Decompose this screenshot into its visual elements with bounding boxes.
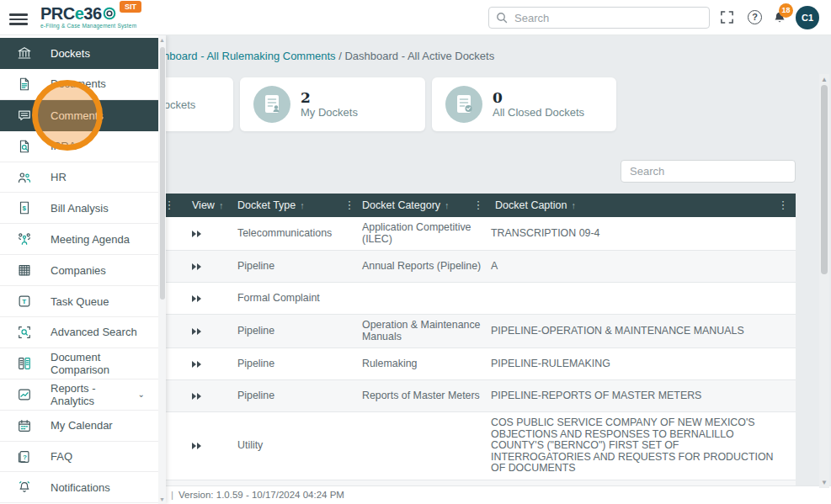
- logo-num-text: 36: [83, 5, 101, 22]
- docket-category-cell: Application Competitive (ILEC): [362, 217, 491, 250]
- docket-type-cell: Pipeline: [237, 380, 362, 411]
- scroll-up-icon[interactable]: ▲: [158, 37, 166, 43]
- docket-category-cell: Annual Reports (Pipeline): [362, 251, 491, 282]
- view-button[interactable]: [157, 315, 237, 347]
- page-scrollbar[interactable]: ▲ ▼: [819, 74, 829, 488]
- table-row[interactable]: Pipeline Annual Reports (Pipeline) A: [157, 251, 796, 283]
- sidebar-item-notifications[interactable]: Notifications: [0, 472, 158, 503]
- building-icon: [17, 263, 32, 278]
- sidebar-item-label: Comments: [51, 109, 104, 122]
- environment-badge: SIT: [120, 1, 141, 13]
- docket-caption-cell: PIPELINE-OPERATION & MAINTENANCE MANUALS: [491, 315, 796, 347]
- sidebar-item-dockets[interactable]: Dockets: [0, 38, 158, 69]
- view-button[interactable]: [157, 217, 237, 250]
- sidebar-item-companies[interactable]: Companies: [0, 255, 158, 286]
- fullscreen-button[interactable]: [720, 10, 735, 25]
- sidebar-item-label: Task Queue: [51, 295, 109, 308]
- global-search: [488, 7, 710, 29]
- docket-type-cell: Formal Complaint: [237, 283, 362, 314]
- column-header-docket-caption[interactable]: Docket Caption↑: [491, 199, 770, 211]
- column-menu-icon[interactable]: ⋮: [337, 194, 362, 217]
- table-header: ⋮ View↑ Docket Type↑ ⋮ Docket Category↑ …: [157, 194, 796, 217]
- table-row[interactable]: Pipeline Reports of Master Meters PIPELI…: [157, 380, 796, 412]
- table-row[interactable]: Pipeline Rulemaking PIPELINE-RULEMAKING: [157, 348, 796, 380]
- table-search: [621, 160, 796, 183]
- faq-icon: ?: [17, 449, 32, 464]
- sidebar-item-my-calendar[interactable]: My Calendar: [0, 411, 158, 442]
- docket-check-icon: [445, 86, 482, 123]
- view-button[interactable]: [157, 283, 237, 314]
- people-icon: [17, 170, 32, 185]
- sidebar-item-task-queue[interactable]: T Task Queue: [0, 286, 158, 317]
- view-button[interactable]: [157, 380, 237, 411]
- svg-text:$: $: [23, 204, 27, 212]
- sidebar-item-label: Meeting Agenda: [51, 233, 130, 246]
- hamburger-menu-button[interactable]: [8, 9, 29, 26]
- sidebar-item-bill-analysis[interactable]: $ Bill Analysis: [0, 193, 158, 224]
- sidebar-item-label: Notifications: [51, 481, 110, 494]
- sidebar-item-meeting-agenda[interactable]: Meeting Agenda: [0, 224, 158, 255]
- table-row[interactable]: Pipeline Operation & Maintenance Manuals…: [157, 315, 796, 348]
- sidebar-item-hr[interactable]: HR: [0, 162, 158, 194]
- docket-caption-cell: PIPELINE-RULEMAKING: [491, 348, 796, 379]
- docket-caption-cell: PIPELINE-REPORTS OF MASTER METERS: [491, 380, 796, 411]
- docket-type-cell: Pipeline: [237, 251, 362, 282]
- meeting-icon: [17, 231, 32, 247]
- column-menu-icon[interactable]: ⋮: [770, 194, 796, 217]
- stat-card-my-dockets[interactable]: 2 My Dockets: [240, 77, 425, 131]
- sidebar: Dockets Documents Comments IPRA HR $ Bil…: [0, 35, 166, 504]
- avatar[interactable]: C1: [796, 6, 819, 29]
- help-button[interactable]: ?: [748, 10, 763, 25]
- notification-badge: 18: [779, 3, 793, 18]
- view-button[interactable]: [157, 348, 237, 379]
- table-body: Telecommunications Application Competiti…: [157, 217, 796, 485]
- table-row[interactable]: Utility COS PUBLIC SERVICE COMPANY OF NE…: [157, 412, 796, 480]
- breadcrumb-link[interactable]: Dashboard - All Rulemaking Comments: [144, 50, 336, 62]
- logo-tagline: e-Filing & Case Management System: [40, 24, 136, 29]
- scroll-down-icon[interactable]: ▼: [819, 479, 829, 486]
- docket-category-cell: [362, 412, 491, 480]
- bill-icon: $: [17, 200, 32, 215]
- global-search-input[interactable]: [488, 7, 710, 29]
- stat-card-number: 0: [493, 90, 584, 105]
- column-header-view[interactable]: View↑: [182, 199, 237, 211]
- sidebar-item-faq[interactable]: ? FAQ: [0, 442, 158, 473]
- dockets-table: ⋮ View↑ Docket Type↑ ⋮ Docket Category↑ …: [157, 194, 796, 485]
- logo-prc-text: PRC: [40, 5, 75, 22]
- page-scrollbar-thumb[interactable]: [821, 85, 828, 274]
- chevron-down-icon: ⌄: [138, 390, 145, 399]
- sidebar-scrollbar[interactable]: ▲ ▼: [158, 35, 166, 504]
- version-text: Version: 1.0.59 - 10/17/2024 04:24 PM: [178, 490, 344, 500]
- sidebar-item-reports-analytics[interactable]: Reports - Analytics ⌄: [0, 379, 158, 411]
- sort-asc-icon: ↑: [300, 200, 305, 210]
- sidebar-scrollbar-thumb[interactable]: [160, 47, 165, 300]
- breadcrumb: Dashboard - All Rulemaking Comments / Da…: [144, 50, 494, 62]
- view-button[interactable]: [157, 412, 237, 480]
- table-search-input[interactable]: [621, 160, 796, 183]
- document-search-icon: [17, 139, 32, 154]
- docket-type-cell: Telecommunications: [237, 217, 362, 250]
- table-row[interactable]: Telecommunications Application Competiti…: [157, 217, 796, 251]
- view-button[interactable]: [157, 251, 237, 282]
- column-header-docket-type[interactable]: Docket Type↑: [237, 199, 337, 211]
- breadcrumb-separator: /: [336, 50, 345, 62]
- sidebar-item-ipra[interactable]: IPRA: [0, 131, 158, 162]
- table-row[interactable]: Formal Complaint: [157, 283, 796, 315]
- sidebar-menu: Dockets Documents Comments IPRA HR $ Bil…: [0, 38, 158, 503]
- sidebar-item-documents[interactable]: Documents: [0, 69, 158, 100]
- sidebar-item-advanced-search[interactable]: Advanced Search: [0, 317, 158, 348]
- chart-icon: [17, 387, 32, 402]
- column-menu-icon[interactable]: ⋮: [466, 194, 491, 217]
- search-advanced-icon: [17, 325, 32, 340]
- stat-card-all-closed-dockets[interactable]: 0 All Closed Dockets: [432, 77, 616, 131]
- column-header-docket-category[interactable]: Docket Category↑: [362, 199, 466, 211]
- calendar-icon: [17, 418, 32, 433]
- svg-text:T: T: [22, 298, 26, 305]
- bank-icon: [17, 45, 32, 61]
- version-bar: |Version: 1.0.59 - 10/17/2024 04:24 PM: [165, 485, 831, 504]
- top-bar: PRCe36 e-Filing & Case Management System…: [0, 0, 831, 35]
- scroll-up-icon[interactable]: ▲: [819, 76, 829, 83]
- scroll-down-icon[interactable]: ▼: [158, 496, 166, 502]
- sidebar-item-document-comparison[interactable]: Document Comparison: [0, 348, 158, 379]
- sidebar-item-comments[interactable]: Comments: [0, 100, 158, 131]
